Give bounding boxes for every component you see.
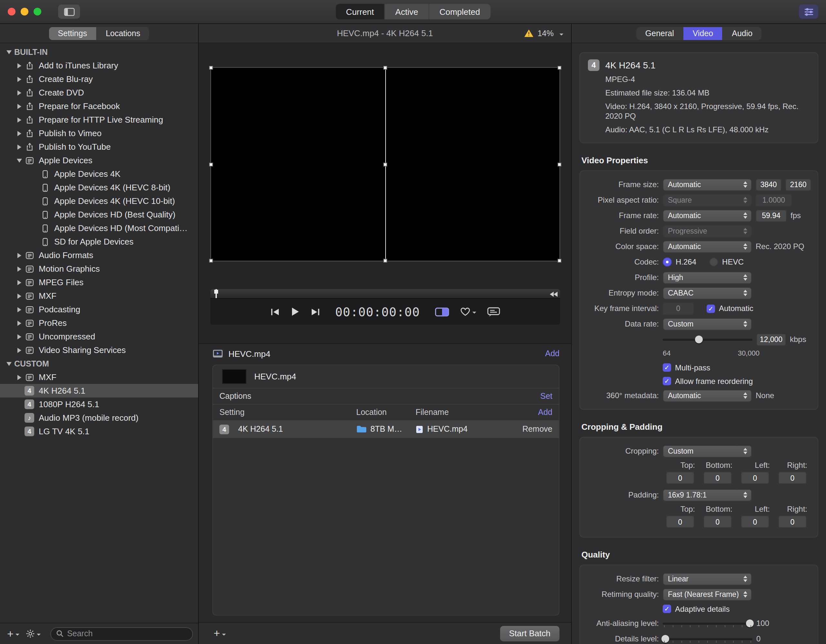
tree-item-apple-devices-4k[interactable]: Apple Devices 4K [0, 167, 198, 181]
data-rate-popup[interactable]: Custom [663, 318, 752, 330]
resize-filter-popup[interactable]: Linear [663, 573, 752, 585]
crop-handle[interactable] [209, 162, 213, 166]
disclosure-collapsed-icon[interactable] [14, 63, 25, 68]
tree-item-apple-devices-hd-most-compati[interactable]: Apple Devices HD (Most Compati… [0, 221, 198, 235]
disclosure-expanded-icon[interactable] [4, 362, 14, 366]
add-setting-button[interactable]: + [4, 628, 23, 639]
tree-item-apple-devices-4k-hevc-10-bit[interactable]: Apple Devices 4K (HEVC 10-bit) [0, 194, 198, 208]
disclosure-collapsed-icon[interactable] [14, 117, 25, 122]
job-title-row[interactable]: HEVC.mp4 [213, 365, 559, 388]
padding-popup[interactable]: 16x9 1.78:1 [663, 489, 752, 501]
retiming-quality-popup[interactable]: Fast (Nearest Frame) [663, 588, 752, 601]
tree-item-motion-graphics[interactable]: Motion Graphics [0, 262, 198, 276]
crop-handle[interactable] [557, 259, 561, 263]
tree-item-add-to-itunes-library[interactable]: Add to iTunes Library [0, 59, 198, 72]
crop-handle[interactable] [384, 162, 387, 166]
disclosure-collapsed-icon[interactable] [14, 131, 25, 136]
tree-item-mxf[interactable]: MXF [0, 370, 198, 384]
crop-handle[interactable] [384, 66, 387, 70]
previous-frame-button[interactable] [271, 307, 280, 316]
entropy-mode-popup[interactable]: CABAC [663, 287, 752, 299]
tree-item-sd-for-apple-devices[interactable]: SD for Apple Devices [0, 235, 198, 248]
tree-item-create-dvd[interactable]: Create DVD [0, 86, 198, 99]
crop-top-field[interactable]: 0 [666, 472, 694, 484]
tree-item-create-blu-ray[interactable]: Create Blu-ray [0, 72, 198, 86]
tree-item-prepare-for-http-live-streaming[interactable]: Prepare for HTTP Live Streaming [0, 113, 198, 126]
disclosure-collapsed-icon[interactable] [14, 253, 25, 258]
tree-item-4k-h264-5-1[interactable]: 44K H264 5.1 [0, 384, 198, 397]
add-job-button[interactable]: + [210, 628, 229, 639]
tree-section-built-in[interactable]: BUILT-IN [0, 45, 198, 59]
tree-item-podcasting[interactable]: Podcasting [0, 303, 198, 316]
slider-thumb[interactable] [746, 619, 754, 627]
pad-left-field[interactable]: 0 [741, 515, 769, 528]
remove-link[interactable]: Remove [522, 425, 553, 434]
pad-right-field[interactable]: 0 [778, 515, 807, 528]
frame-height-field[interactable]: 2160 [786, 178, 811, 191]
crop-right-field[interactable]: 0 [778, 472, 807, 484]
crop-left-field[interactable]: 0 [741, 472, 769, 484]
disclosure-collapsed-icon[interactable] [14, 348, 25, 353]
anti-aliasing-slider[interactable] [663, 619, 752, 628]
disclosure-collapsed-icon[interactable] [14, 320, 25, 326]
hevc-radio[interactable] [709, 258, 718, 267]
disclosure-collapsed-icon[interactable] [14, 280, 25, 285]
frame-reordering-checkbox[interactable] [663, 377, 671, 385]
pad-bottom-field[interactable]: 0 [703, 515, 732, 528]
slider-thumb[interactable] [695, 335, 702, 343]
tab-completed[interactable]: Completed [429, 4, 491, 19]
set-captions-link[interactable]: Set [540, 392, 553, 401]
tree-item-prepare-for-facebook[interactable]: Prepare for Facebook [0, 99, 198, 113]
details-level-slider[interactable] [663, 634, 752, 643]
cropping-popup[interactable]: Custom [663, 445, 752, 457]
tree-item-publish-to-vimeo[interactable]: Publish to Vimeo [0, 126, 198, 140]
disclosure-expanded-icon[interactable] [14, 158, 25, 162]
slider-thumb[interactable] [661, 635, 669, 643]
crop-handle[interactable] [557, 162, 561, 166]
key-frame-field[interactable]: 0 [663, 302, 694, 315]
multi-pass-checkbox[interactable] [663, 363, 671, 372]
disclosure-collapsed-icon[interactable] [14, 266, 25, 272]
tab-sidebar-locations[interactable]: Locations [97, 27, 149, 40]
favorite-button[interactable] [460, 307, 476, 316]
tree-item-video-sharing-services[interactable]: Video Sharing Services [0, 343, 198, 357]
video-preview[interactable] [210, 67, 560, 261]
frame-width-field[interactable]: 3840 [756, 178, 781, 191]
crop-handle[interactable] [384, 259, 387, 263]
tab-sidebar-settings[interactable]: Settings [49, 27, 96, 40]
tree-section-custom[interactable]: CUSTOM [0, 357, 198, 370]
sidebar-toggle-button[interactable] [58, 5, 80, 19]
disclosure-collapsed-icon[interactable] [14, 293, 25, 298]
disclosure-collapsed-icon[interactable] [14, 104, 25, 109]
disclosure-collapsed-icon[interactable] [14, 76, 25, 82]
close-window-button[interactable] [8, 8, 16, 16]
start-batch-button[interactable]: Start Batch [500, 625, 559, 641]
disclosure-collapsed-icon[interactable] [14, 334, 25, 339]
tree-item-apple-devices-4k-hevc-8-bit[interactable]: Apple Devices 4K (HEVC 8-bit) [0, 181, 198, 194]
disclosure-collapsed-icon[interactable] [14, 144, 25, 149]
next-frame-button[interactable] [311, 307, 320, 316]
h264-radio[interactable] [663, 258, 672, 267]
disclosure-expanded-icon[interactable] [4, 50, 14, 54]
tree-item-mxf[interactable]: MXF [0, 289, 198, 303]
tree-item-mpeg-files[interactable]: MPEG Files [0, 276, 198, 289]
add-setting-link[interactable]: Add [538, 408, 553, 417]
add-output-link[interactable]: Add [545, 349, 560, 358]
tree-item-audio-mp3-mobile-record[interactable]: ♪Audio MP3 (mobile record) [0, 411, 198, 425]
frame-size-popup[interactable]: Automatic [663, 178, 752, 191]
key-frame-auto-checkbox[interactable] [706, 304, 715, 313]
data-rate-field[interactable]: 12,000 [756, 333, 786, 346]
tree-item-prores[interactable]: ProRes [0, 316, 198, 330]
tree-item-apple-devices-hd-best-quality[interactable]: Apple Devices HD (Best Quality) [0, 208, 198, 221]
crop-bottom-field[interactable]: 0 [703, 472, 732, 484]
compare-view-button[interactable] [435, 307, 449, 317]
disclosure-collapsed-icon[interactable] [14, 307, 25, 312]
warning-icon[interactable] [524, 29, 534, 37]
tree-item-audio-formats[interactable]: Audio Formats [0, 248, 198, 262]
tree-item-lg-tv-4k-5-1[interactable]: 4LG TV 4K 5.1 [0, 425, 198, 438]
profile-popup[interactable]: High [663, 272, 752, 284]
output-row[interactable]: 4 4K H264 5.1 8TB M… HEVC.mp4 Remove [213, 421, 559, 438]
tab-current[interactable]: Current [335, 4, 385, 19]
tab-video[interactable]: Video [684, 27, 723, 40]
playhead[interactable] [216, 289, 217, 298]
